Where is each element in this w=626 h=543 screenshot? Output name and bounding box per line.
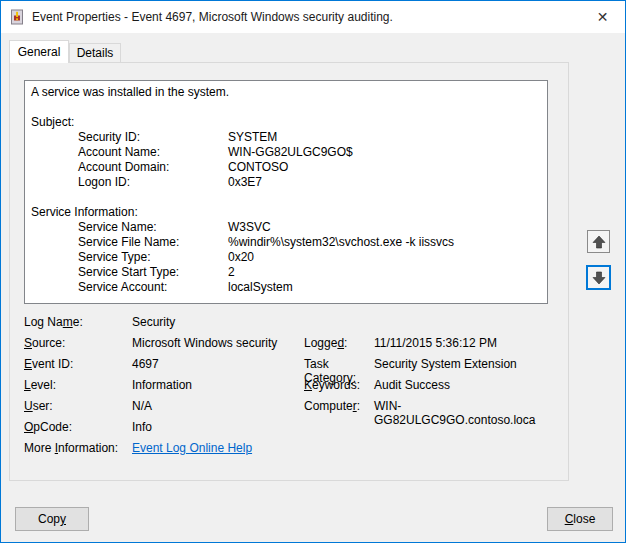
event-summary: A service was installed in the system. xyxy=(31,85,541,100)
service-start-type-value: 2 xyxy=(228,265,541,280)
service-information-header: Service Information: xyxy=(31,205,541,220)
service-file-name-label: Service File Name: xyxy=(31,235,228,250)
window-title: Event Properties - Event 4697, Microsoft… xyxy=(32,10,393,24)
source-label: Source: xyxy=(24,336,132,350)
tab-details[interactable]: Details xyxy=(69,43,121,63)
account-name-label: Account Name: xyxy=(31,145,228,160)
service-row: Service Start Type: 2 xyxy=(31,265,541,280)
log-name-label: Log Name: xyxy=(24,315,132,329)
log-name-value: Security xyxy=(132,315,304,329)
subject-header: Subject: xyxy=(31,115,541,130)
service-file-name-value: %windir%\system32\svchost.exe -k iissvcs xyxy=(228,235,541,250)
subject-row: Security ID: SYSTEM xyxy=(31,130,541,145)
opcode-label: OpCode: xyxy=(24,420,132,434)
level-value: Information xyxy=(132,378,304,392)
previous-event-button[interactable] xyxy=(587,230,610,253)
copy-button[interactable]: Copy xyxy=(15,507,89,531)
event-log-online-help-link[interactable]: Event Log Online Help xyxy=(132,441,252,455)
account-domain-value: CONTOSO xyxy=(228,160,541,175)
service-row: Service Name: W3SVC xyxy=(31,220,541,235)
computer-label: Computer: xyxy=(304,399,374,413)
service-type-label: Service Type: xyxy=(31,250,228,265)
service-name-label: Service Name: xyxy=(31,220,228,235)
close-button[interactable]: Close xyxy=(547,507,613,531)
user-label: User: xyxy=(24,399,132,413)
keywords-value: Audit Success xyxy=(374,378,562,392)
subject-row: Logon ID: 0x3E7 xyxy=(31,175,541,190)
logged-value: 11/11/2015 5:36:12 PM xyxy=(374,336,562,350)
service-start-type-label: Service Start Type: xyxy=(31,265,228,280)
service-name-value: W3SVC xyxy=(228,220,541,235)
tab-general[interactable]: General xyxy=(9,40,69,63)
down-arrow-icon xyxy=(592,271,606,285)
service-type-value: 0x20 xyxy=(228,250,541,265)
close-icon[interactable]: ✕ xyxy=(580,1,625,32)
computer-value: WIN-GG82ULGC9GO.contoso.loca xyxy=(374,399,562,427)
event-description-box: A service was installed in the system. S… xyxy=(24,80,548,304)
event-properties-dialog: Event Properties - Event 4697, Microsoft… xyxy=(0,0,626,543)
titlebar: Event Properties - Event 4697, Microsoft… xyxy=(1,1,625,33)
general-tab-page: A service was installed in the system. S… xyxy=(9,62,569,481)
subject-row: Account Domain: CONTOSO xyxy=(31,160,541,175)
source-value: Microsoft Windows security xyxy=(132,336,304,350)
service-row: Service File Name: %windir%\system32\svc… xyxy=(31,235,541,250)
more-information-label: More Information: xyxy=(24,441,132,455)
service-account-label: Service Account: xyxy=(31,280,228,295)
next-event-button[interactable] xyxy=(586,265,611,290)
account-domain-label: Account Domain: xyxy=(31,160,228,175)
service-account-value: localSystem xyxy=(228,280,541,295)
user-value: N/A xyxy=(132,399,304,413)
level-label: Level: xyxy=(24,378,132,392)
event-details-grid: Log Name: Security Source: Microsoft Win… xyxy=(24,315,562,462)
subject-row: Account Name: WIN-GG82ULGC9GO$ xyxy=(31,145,541,160)
keywords-label: Keywords: xyxy=(304,378,374,392)
event-id-value: 4697 xyxy=(132,357,304,371)
logon-id-value: 0x3E7 xyxy=(228,175,541,190)
event-id-label: Event ID: xyxy=(24,357,132,371)
opcode-value: Info xyxy=(132,420,304,434)
security-id-value: SYSTEM xyxy=(228,130,541,145)
task-category-value: Security System Extension xyxy=(374,357,562,371)
account-name-value: WIN-GG82ULGC9GO$ xyxy=(228,145,541,160)
event-log-icon xyxy=(9,9,25,25)
logon-id-label: Logon ID: xyxy=(31,175,228,190)
service-row: Service Type: 0x20 xyxy=(31,250,541,265)
logged-label: Logged: xyxy=(304,336,374,350)
up-arrow-icon xyxy=(592,235,606,249)
service-row: Service Account: localSystem xyxy=(31,280,541,295)
security-id-label: Security ID: xyxy=(31,130,228,145)
